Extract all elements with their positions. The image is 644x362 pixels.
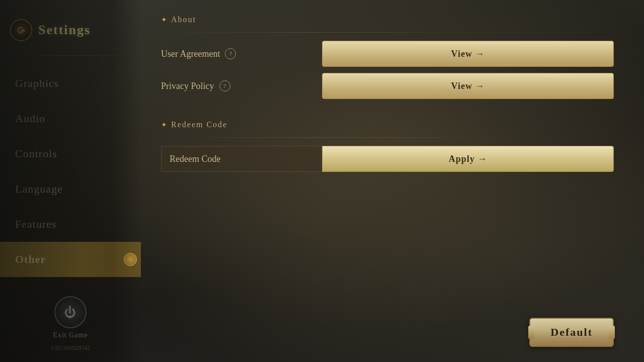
user-agreement-view-button[interactable]: View →: [322, 41, 614, 67]
privacy-policy-help-icon[interactable]: ?: [219, 80, 230, 92]
about-diamond-icon: ✦: [161, 16, 167, 24]
sidebar-overlay: [0, 0, 141, 362]
privacy-policy-view-button[interactable]: View →: [322, 73, 614, 99]
redeem-divider: [161, 137, 614, 138]
user-agreement-row: User Agreement ? View →: [161, 41, 614, 67]
about-section: ✦ About User Agreement ? View →: [161, 15, 614, 105]
about-header: ✦ About: [161, 15, 614, 24]
about-divider: [161, 32, 614, 33]
redeem-title: Redeem Code: [171, 120, 227, 129]
default-button[interactable]: Default: [529, 318, 614, 347]
user-agreement-help-icon[interactable]: ?: [225, 48, 236, 59]
main-content: ✦ About User Agreement ? View →: [141, 0, 644, 362]
apply-button[interactable]: Apply →: [322, 146, 614, 172]
redeem-code-label-box: Redeem Code: [161, 146, 322, 172]
privacy-policy-view-label: View →: [451, 81, 485, 92]
about-title: About: [171, 15, 196, 24]
redeem-diamond-icon: ✦: [161, 121, 167, 129]
user-agreement-label: User Agreement ?: [161, 48, 322, 59]
default-btn-label: Default: [550, 326, 593, 338]
redeem-code-row: Redeem Code Apply →: [161, 146, 614, 172]
user-agreement-view-label: View →: [451, 49, 485, 59]
redeem-section: ✦ Redeem Code Redeem Code Apply →: [161, 120, 614, 172]
privacy-policy-label: Privacy Policy ?: [161, 80, 322, 92]
default-btn-container: Default: [529, 318, 614, 347]
redeem-header: ✦ Redeem Code: [161, 120, 614, 129]
privacy-policy-row: Privacy Policy ? View →: [161, 73, 614, 99]
redeem-code-label: Redeem Code: [170, 154, 220, 164]
apply-label: Apply →: [449, 154, 488, 164]
